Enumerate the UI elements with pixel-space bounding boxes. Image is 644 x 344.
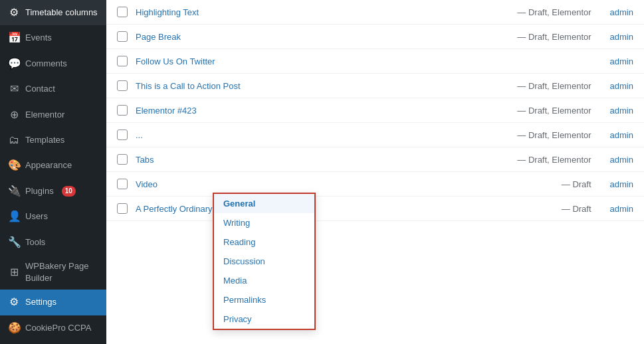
table-row: Follow Us On Twitteradmin	[106, 49, 644, 74]
users-icon: 👤	[8, 209, 20, 224]
post-author[interactable]: admin	[599, 155, 633, 165]
post-checkbox[interactable]	[117, 105, 128, 116]
sidebar-item-wpbakery[interactable]: ⊞WPBakery Page Builder	[0, 255, 106, 290]
sidebar-label-plugins: Plugins	[25, 185, 54, 197]
post-title-link[interactable]: Page Break	[136, 32, 509, 42]
sidebar-item-users[interactable]: 👤Users	[0, 204, 106, 229]
submenu-item-discussion[interactable]: Discussion	[214, 252, 314, 271]
submenu-item-reading[interactable]: Reading	[214, 232, 314, 252]
events-icon: 📅	[8, 31, 20, 45]
sidebar-item-templates[interactable]: 🗂Templates	[0, 128, 106, 153]
plugins-icon: 🔌	[8, 184, 20, 199]
sidebar-label-users: Users	[25, 211, 48, 222]
submenu-item-media[interactable]: Media	[214, 271, 314, 290]
post-checkbox[interactable]	[117, 80, 128, 91]
sidebar: ⚙Timetable columns📅Events💬Comments✉Conta…	[0, 0, 106, 344]
submenu-item-permalinks[interactable]: Permalinks	[214, 290, 314, 309]
post-checkbox[interactable]	[117, 179, 128, 189]
settings-icon: ⚙	[8, 295, 20, 309]
sidebar-label-tools: Tools	[25, 236, 45, 248]
cookiepro-icon: 🍪	[8, 321, 20, 335]
post-author[interactable]: admin	[599, 106, 633, 116]
sidebar-item-cookiepro[interactable]: 🍪CookiePro CCPA	[0, 315, 106, 341]
post-checkbox[interactable]	[117, 154, 128, 165]
post-author[interactable]: admin	[599, 204, 633, 214]
elementor-icon: ⊕	[8, 108, 20, 122]
table-row: Page Break— Draft, Elementoradmin	[106, 25, 644, 49]
post-author[interactable]: admin	[599, 130, 633, 140]
post-title-link[interactable]: Follow Us On Twitter	[136, 56, 584, 66]
post-checkbox[interactable]	[117, 7, 128, 17]
sidebar-label-contact: Contact	[25, 83, 55, 95]
plugins-badge: 10	[62, 186, 76, 197]
submenu-item-privacy[interactable]: Privacy	[214, 309, 314, 329]
sidebar-item-comments[interactable]: 💬Comments	[0, 51, 106, 76]
post-title-link[interactable]: Tabs	[136, 155, 509, 165]
post-list: Highlighting Text— Draft, Elementoradmin…	[106, 0, 644, 221]
timetable-columns-icon: ⚙	[8, 5, 20, 20]
sidebar-item-contact[interactable]: ✉Contact	[0, 76, 106, 102]
sidebar-label-comments: Comments	[25, 58, 67, 70]
post-meta: — Draft, Elementor	[517, 7, 591, 17]
tools-icon: 🔧	[8, 235, 20, 250]
sidebar-label-cookiepro: CookiePro CCPA	[25, 322, 91, 334]
sidebar-item-appearance[interactable]: 🎨Appearance	[0, 153, 106, 178]
sidebar-label-templates: Templates	[25, 134, 64, 146]
submenu-item-writing[interactable]: Writing	[214, 213, 314, 232]
sidebar-label-wpbakery: WPBakery Page Builder	[25, 260, 98, 284]
table-row: Elementor #423— Draft, Elementoradmin	[106, 98, 644, 123]
post-meta: — Draft, Elementor	[517, 32, 591, 42]
post-title-link[interactable]: A Perfectly Ordinary Article	[136, 204, 554, 214]
sidebar-item-events[interactable]: 📅Events	[0, 25, 106, 50]
post-author[interactable]: admin	[599, 56, 633, 66]
post-meta: — Draft, Elementor	[517, 155, 591, 165]
post-author[interactable]: admin	[599, 32, 633, 42]
table-row: This is a Call to Action Post— Draft, El…	[106, 74, 644, 98]
post-checkbox[interactable]	[117, 203, 128, 214]
post-checkbox[interactable]	[117, 129, 128, 140]
sidebar-item-timetable-columns[interactable]: ⚙Timetable columns	[0, 0, 106, 25]
post-title-link[interactable]: This is a Call to Action Post	[136, 81, 509, 91]
sidebar-label-elementor: Elementor	[25, 109, 64, 121]
templates-icon: 🗂	[8, 133, 20, 147]
sidebar-item-tools[interactable]: 🔧Tools	[0, 230, 106, 255]
table-row: Video— Draftadmin	[106, 172, 644, 197]
wpbakery-icon: ⊞	[8, 265, 20, 280]
post-meta: — Draft, Elementor	[517, 130, 591, 140]
sidebar-label-appearance: Appearance	[25, 159, 72, 171]
table-row: Highlighting Text— Draft, Elementoradmin	[106, 0, 644, 25]
sidebar-label-events: Events	[25, 32, 52, 44]
post-meta: — Draft	[562, 204, 591, 214]
sidebar-item-settings[interactable]: ⚙Settings	[0, 290, 106, 315]
post-meta: — Draft, Elementor	[517, 106, 591, 116]
sidebar-label-settings: Settings	[25, 296, 56, 308]
post-title-link[interactable]: Highlighting Text	[136, 7, 509, 17]
sidebar-item-plugins[interactable]: 🔌Plugins10	[0, 179, 106, 204]
post-author[interactable]: admin	[599, 7, 633, 17]
post-title-link[interactable]: Elementor #423	[136, 106, 509, 116]
post-meta: — Draft, Elementor	[517, 81, 591, 91]
submenu-item-general[interactable]: General	[214, 194, 314, 213]
table-row: ...— Draft, Elementoradmin	[106, 123, 644, 147]
settings-submenu: GeneralWritingReadingDiscussionMediaPerm…	[213, 193, 316, 330]
post-author[interactable]: admin	[599, 81, 633, 91]
table-row: Tabs— Draft, Elementoradmin	[106, 147, 644, 172]
post-title-link[interactable]: Video	[136, 179, 554, 189]
contact-icon: ✉	[8, 82, 20, 96]
post-meta: — Draft	[562, 179, 591, 189]
comments-icon: 💬	[8, 56, 20, 71]
post-checkbox[interactable]	[117, 31, 128, 42]
post-checkbox[interactable]	[117, 56, 128, 66]
appearance-icon: 🎨	[8, 158, 20, 173]
sidebar-label-timetable-columns: Timetable columns	[25, 7, 98, 19]
table-row: A Perfectly Ordinary Article— Draftadmin	[106, 197, 644, 221]
post-title-link[interactable]: ...	[136, 130, 509, 140]
main-content: Highlighting Text— Draft, Elementoradmin…	[106, 0, 644, 344]
post-author[interactable]: admin	[599, 179, 633, 189]
sidebar-item-elementor[interactable]: ⊕Elementor	[0, 102, 106, 128]
